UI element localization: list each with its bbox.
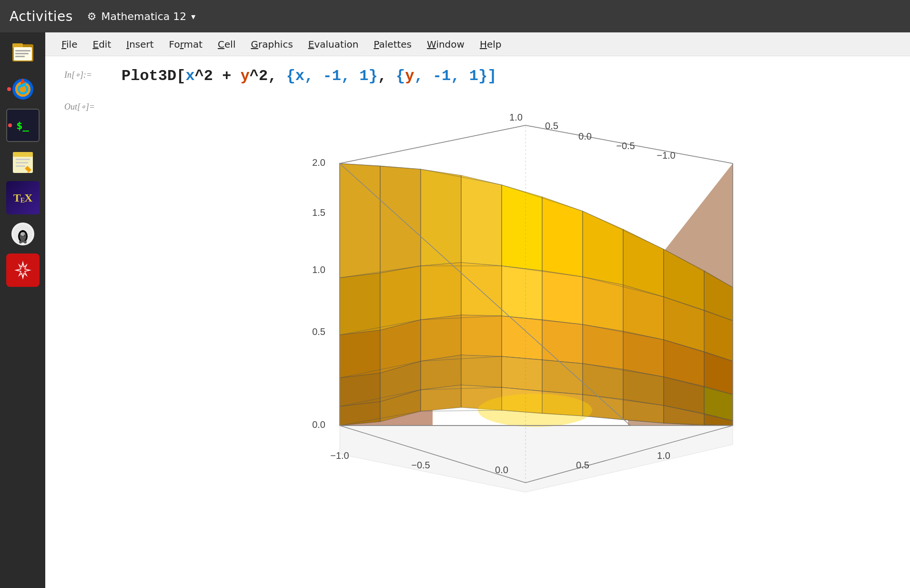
menu-cell[interactable]: Cell [211,36,242,53]
svg-rect-3 [15,50,30,51]
menu-evaluation[interactable]: Evaluation [302,36,365,53]
main-area: $_ TEX [0,32,910,588]
sidebar-item-tex[interactable]: TEX [6,181,40,214]
notebook: In[∘]:= Plot3D[x^2 + y^2, {x, -1, 1}, {y… [45,56,910,588]
svg-marker-59 [461,315,502,356]
sidebar-item-inkscape[interactable] [6,217,40,251]
svg-marker-38 [421,169,461,266]
plot-container[interactable]: 2.0 1.5 1.0 0.5 0.0 −1.0 −0.5 0.0 0.5 1.… [121,97,891,526]
svg-text:1.0: 1.0 [312,264,325,275]
svg-text:2.0: 2.0 [312,157,325,168]
sidebar: $_ TEX [0,32,45,588]
sidebar-item-terminal[interactable]: $_ [6,109,40,142]
svg-marker-72 [583,364,623,399]
menu-file[interactable]: File [55,36,84,53]
gear-icon: ⚙ [87,10,97,22]
svg-marker-50 [502,266,542,320]
svg-marker-62 [583,324,623,369]
svg-rect-11 [16,162,28,163]
code-caret2: ^2, [250,67,286,85]
firefox-icon [10,76,36,102]
svg-rect-10 [16,159,30,160]
terminal-icon: $_ [16,120,29,132]
output-label: Out[∘]= [64,97,121,112]
code-x: x [185,67,194,85]
code-caret1: ^2 + [195,67,241,85]
svg-rect-4 [15,53,29,54]
app-name-label: Mathematica 12 [101,10,186,22]
menu-edit[interactable]: Edit [86,36,118,53]
svg-marker-39 [461,175,502,266]
plot-3d: 2.0 1.5 1.0 0.5 0.0 −1.0 −0.5 0.0 0.5 1.… [256,97,757,526]
menu-graphics[interactable]: Graphics [244,36,299,53]
svg-text:−0.5: −0.5 [616,141,635,151]
sidebar-item-notes[interactable] [6,145,40,178]
svg-marker-42 [583,211,623,285]
code-x2: x [295,67,304,85]
code-brace4: , -1, 1}] [415,67,497,85]
svg-marker-52 [583,277,623,331]
svg-marker-60 [502,316,542,360]
svg-text:−0.5: −0.5 [411,460,430,470]
svg-marker-68 [421,355,461,390]
code-comma: , [378,67,396,85]
notes-icon [11,149,35,174]
svg-rect-5 [15,56,25,57]
svg-marker-47 [380,266,421,330]
svg-marker-33 [340,426,733,492]
svg-text:0.0: 0.0 [495,465,508,475]
svg-marker-69 [461,355,502,387]
svg-text:1.5: 1.5 [312,207,325,218]
sidebar-item-mathematica[interactable] [6,253,40,287]
svg-marker-70 [502,356,542,391]
input-cell: In[∘]:= Plot3D[x^2 + y^2, {x, -1, 1}, {y… [64,66,891,87]
code-brace2: , -1, 1} [304,67,378,85]
svg-marker-48 [421,263,461,320]
svg-text:−1.0: −1.0 [330,450,349,461]
output-cell: Out[∘]= [64,97,891,526]
svg-text:0.5: 0.5 [576,460,589,470]
svg-rect-23 [20,241,26,243]
input-code[interactable]: Plot3D[x^2 + y^2, {x, -1, 1}, {y, -1, 1}… [121,66,496,87]
code-plot3d: Plot3D[ [121,67,185,85]
menu-palettes[interactable]: Palettes [367,36,418,53]
inkscape-icon [10,221,36,247]
code-brace3: { [396,67,405,85]
svg-rect-9 [13,152,33,157]
topbar-app[interactable]: ⚙ Mathematica 12 ▾ [87,10,196,22]
svg-text:0.0: 0.0 [312,419,325,430]
svg-rect-12 [16,165,25,167]
activities-label[interactable]: Activities [10,9,73,24]
menubar: File Edit Insert Format Cell Graphics Ev… [45,32,910,56]
svg-line-91 [340,125,526,163]
svg-marker-58 [421,315,461,361]
svg-text:1.0: 1.0 [657,450,670,461]
svg-marker-46 [340,273,380,335]
mathematica-icon [10,258,35,283]
svg-text:0.5: 0.5 [545,121,558,131]
svg-marker-61 [542,320,583,364]
svg-marker-49 [461,263,502,316]
svg-marker-36 [340,163,380,278]
menu-help[interactable]: Help [473,36,508,53]
sidebar-item-firefox[interactable] [6,72,40,106]
sidebar-item-files[interactable] [6,36,40,70]
code-y: y [241,67,250,85]
svg-marker-51 [542,271,583,324]
menu-insert[interactable]: Insert [120,36,160,53]
menu-format[interactable]: Format [162,36,210,53]
svg-text:0.0: 0.0 [578,131,592,142]
code-brace1: { [286,67,295,85]
tex-icon: TEX [13,192,32,204]
chevron-down-icon: ▾ [191,11,195,21]
svg-marker-37 [380,166,421,273]
files-icon [10,40,36,66]
menu-window[interactable]: Window [420,36,471,53]
svg-marker-66 [340,373,380,406]
svg-marker-40 [502,185,542,271]
svg-marker-41 [542,197,583,277]
input-label: In[∘]:= [64,66,121,80]
code-y2: y [405,67,414,85]
topbar: Activities ⚙ Mathematica 12 ▾ [0,0,910,32]
svg-marker-25 [18,264,28,276]
